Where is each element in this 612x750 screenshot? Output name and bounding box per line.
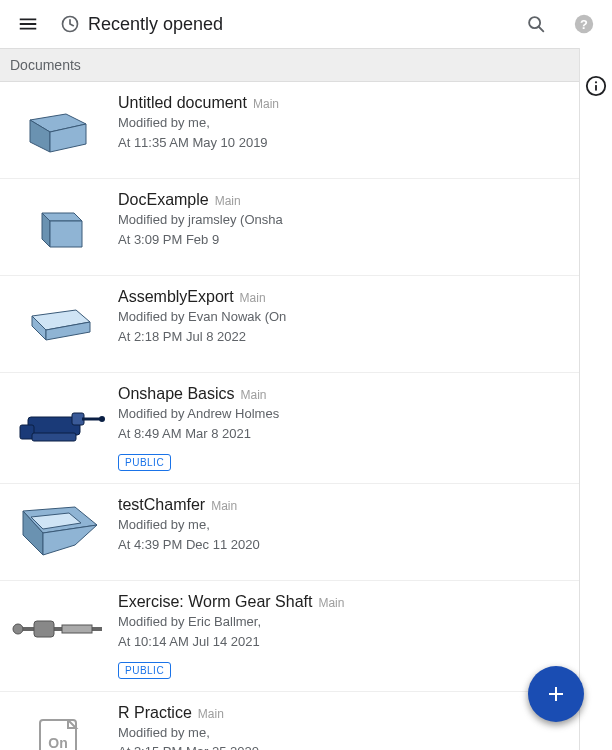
document-modified-by: Modified by me, — [118, 517, 569, 534]
document-branch: Main — [240, 291, 266, 305]
topbar: Recently opened ? — [0, 0, 612, 48]
document-title: Exercise: Worm Gear Shaft — [118, 593, 312, 611]
document-meta: Untitled documentMainModified by me,At 1… — [118, 94, 569, 166]
document-item[interactable]: Exercise: Worm Gear ShaftMainModified by… — [0, 581, 579, 692]
document-thumbnail — [10, 385, 106, 457]
document-modified-at: At 11:35 AM May 10 2019 — [118, 135, 569, 152]
document-thumbnail — [10, 496, 106, 568]
document-branch: Main — [198, 707, 224, 721]
document-modified-by: Modified by Eric Ballmer, — [118, 614, 569, 631]
document-modified-at: At 2:18 PM Jul 8 2022 — [118, 329, 569, 346]
document-title: testChamfer — [118, 496, 205, 514]
document-thumbnail: On — [10, 704, 106, 750]
document-branch: Main — [211, 499, 237, 513]
document-title: Untitled document — [118, 94, 247, 112]
search-icon — [525, 13, 547, 35]
search-button[interactable] — [516, 4, 556, 44]
svg-rect-35 — [595, 85, 597, 91]
svg-text:?: ? — [580, 17, 588, 32]
right-rail — [580, 48, 612, 750]
help-button[interactable]: ? — [564, 4, 604, 44]
document-thumbnail — [10, 288, 106, 360]
svg-point-17 — [99, 416, 105, 422]
document-meta: R PracticeMainModified by me,At 3:15 PM … — [118, 704, 569, 750]
help-icon: ? — [573, 13, 595, 35]
page-title-wrap: Recently opened — [60, 14, 223, 35]
svg-rect-18 — [32, 433, 76, 441]
svg-point-34 — [595, 81, 597, 83]
document-modified-at: At 10:14 AM Jul 14 2021 — [118, 634, 569, 651]
plus-icon — [544, 682, 568, 706]
document-title: Onshape Basics — [118, 385, 235, 403]
document-list: Untitled documentMainModified by me,At 1… — [0, 82, 579, 750]
svg-point-25 — [13, 624, 23, 634]
document-modified-at: At 4:39 PM Dec 11 2020 — [118, 537, 569, 554]
info-icon — [585, 75, 607, 97]
document-branch: Main — [253, 97, 279, 111]
document-item[interactable]: AssemblyExportMainModified by Evan Nowak… — [0, 276, 579, 373]
document-branch: Main — [215, 194, 241, 208]
document-branch: Main — [241, 388, 267, 402]
document-meta: AssemblyExportMainModified by Evan Nowak… — [118, 288, 569, 360]
document-item[interactable]: Untitled documentMainModified by me,At 1… — [0, 82, 579, 179]
hamburger-icon — [17, 13, 39, 35]
section-header: Documents — [0, 48, 579, 82]
svg-rect-26 — [62, 625, 92, 633]
document-item[interactable]: OnR PracticeMainModified by me,At 3:15 P… — [0, 692, 579, 750]
document-branch: Main — [318, 596, 344, 610]
document-modified-by: Modified by Evan Nowak (On — [118, 309, 569, 326]
document-title: AssemblyExport — [118, 288, 234, 306]
svg-marker-9 — [50, 221, 82, 247]
document-meta: testChamferMainModified by me,At 4:39 PM… — [118, 496, 569, 568]
main-content: Documents Untitled documentMainModified … — [0, 48, 580, 750]
document-item[interactable]: testChamferMainModified by me,At 4:39 PM… — [0, 484, 579, 581]
document-modified-at: At 3:15 PM Mar 25 2020 — [118, 744, 569, 750]
document-thumbnail — [10, 94, 106, 166]
document-modified-by: Modified by me, — [118, 725, 569, 742]
document-meta: Exercise: Worm Gear ShaftMainModified by… — [118, 593, 569, 679]
menu-button[interactable] — [8, 4, 48, 44]
document-title: DocExample — [118, 191, 209, 209]
info-button[interactable] — [582, 72, 610, 100]
document-title: R Practice — [118, 704, 192, 722]
document-modified-by: Modified by Andrew Holmes — [118, 406, 569, 423]
create-fab[interactable] — [528, 666, 584, 722]
document-meta: DocExampleMainModified by jramsley (Onsh… — [118, 191, 569, 263]
page-title: Recently opened — [88, 14, 223, 35]
svg-text:On: On — [48, 735, 67, 750]
document-modified-by: Modified by me, — [118, 115, 569, 132]
document-modified-at: At 3:09 PM Feb 9 — [118, 232, 569, 249]
document-meta: Onshape BasicsMainModified by Andrew Hol… — [118, 385, 569, 471]
document-modified-by: Modified by jramsley (Onsha — [118, 212, 569, 229]
svg-rect-24 — [34, 621, 54, 637]
document-item[interactable]: DocExampleMainModified by jramsley (Onsh… — [0, 179, 579, 276]
public-badge: PUBLIC — [118, 662, 171, 679]
public-badge: PUBLIC — [118, 454, 171, 471]
document-thumbnail — [10, 593, 106, 665]
clock-icon — [60, 14, 80, 34]
document-thumbnail — [10, 191, 106, 263]
document-item[interactable]: Onshape BasicsMainModified by Andrew Hol… — [0, 373, 579, 484]
document-modified-at: At 8:49 AM Mar 8 2021 — [118, 426, 569, 443]
